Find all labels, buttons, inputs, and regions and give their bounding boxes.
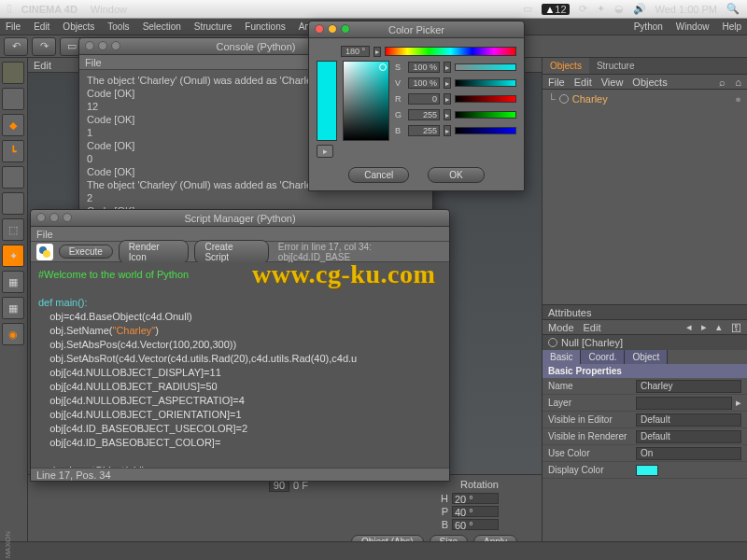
snap-settings-icon[interactable]: ✦ <box>2 245 24 267</box>
zoom-icon[interactable] <box>341 24 350 34</box>
s-slider[interactable] <box>455 63 516 71</box>
apple-icon[interactable]:  <box>7 2 12 16</box>
undo-button[interactable]: ↶ <box>4 37 28 56</box>
visibility-dot[interactable]: ● <box>735 93 741 105</box>
console-file-menu[interactable]: File <box>85 57 102 68</box>
field-name[interactable]: Charley <box>636 380 741 393</box>
search-icon[interactable]: ⌕ <box>719 77 726 88</box>
obj-edit[interactable]: Edit <box>574 77 592 88</box>
menu-objects[interactable]: Objects <box>63 21 94 32</box>
close-icon[interactable] <box>85 41 94 50</box>
swap-color-icon[interactable]: ▸ <box>317 145 333 158</box>
animation-mode-icon[interactable]: ▦ <box>2 297 24 319</box>
nav-up-icon[interactable]: ▴ <box>716 321 722 333</box>
model-mode-icon[interactable] <box>2 62 24 84</box>
polygon-mode-icon[interactable] <box>2 192 24 215</box>
mac-menu-window[interactable]: Window <box>91 4 127 15</box>
tab-objects[interactable]: Objects <box>543 58 589 74</box>
nav-fwd-icon[interactable]: ▸ <box>701 321 707 333</box>
volume-icon[interactable]: 🔊 <box>633 3 646 15</box>
close-icon[interactable] <box>36 213 46 222</box>
color-field[interactable] <box>343 61 389 141</box>
ok-button[interactable]: OK <box>428 167 484 183</box>
menu-python[interactable]: Python <box>634 21 663 32</box>
obj-objects[interactable]: Objects <box>632 77 667 88</box>
python-icon[interactable] <box>36 244 53 260</box>
point-mode-icon[interactable]: ┗ <box>2 140 24 162</box>
b-slider[interactable] <box>455 127 516 134</box>
tab-structure[interactable]: Structure <box>589 58 642 74</box>
nav-back-icon[interactable]: ◂ <box>686 321 692 333</box>
vp-edit[interactable]: Edit <box>34 60 51 71</box>
obj-file[interactable]: File <box>548 77 565 88</box>
colorpicker-titlebar[interactable]: Color Picker <box>309 21 524 38</box>
close-icon[interactable] <box>315 24 324 34</box>
clock[interactable]: Wed 1:00 PM <box>655 4 717 15</box>
object-tree[interactable]: └ Charley ● <box>543 90 747 304</box>
expand-icon[interactable]: └ <box>548 93 556 105</box>
script-titlebar[interactable]: Script Manager (Python) <box>31 210 449 227</box>
zoom-icon[interactable] <box>63 213 72 222</box>
hue-value[interactable]: 180 ° <box>341 46 370 57</box>
val-b[interactable]: 60 ° <box>452 519 499 530</box>
color-picker-window[interactable]: Color Picker 180 ° ▸ ▸ S100 %▸ V100 %▸ R… <box>308 21 525 191</box>
axis-icon[interactable]: ◆ <box>2 114 24 136</box>
v-slider[interactable] <box>455 79 516 87</box>
attr-tab-object[interactable]: Object <box>625 350 668 364</box>
menu-window[interactable]: Window <box>676 21 710 32</box>
field-layer[interactable] <box>636 397 732 410</box>
menu-selection[interactable]: Selection <box>143 21 181 32</box>
s-stepper[interactable]: ▸ <box>444 62 451 73</box>
script-file-menu[interactable]: File <box>36 229 53 240</box>
minimize-icon[interactable] <box>98 41 107 50</box>
field-vis-rn[interactable]: Default <box>636 430 741 443</box>
field-vis-ed[interactable]: Default <box>636 413 741 427</box>
script-editor[interactable]: #Welcome to the world of Python def main… <box>31 262 449 468</box>
hue-stepper[interactable]: ▸ <box>374 47 381 57</box>
r-slider[interactable] <box>455 95 516 103</box>
deformer-icon[interactable]: ◉ <box>2 323 24 345</box>
zoom-icon[interactable] <box>111 41 120 50</box>
attr-mode[interactable]: Mode <box>548 322 574 333</box>
sync-icon[interactable]: ⟳ <box>579 3 587 15</box>
field-usecol[interactable]: On <box>636 447 741 460</box>
val-h[interactable]: 20 ° <box>452 493 499 504</box>
menu-tools[interactable]: Tools <box>107 21 129 32</box>
wifi-icon[interactable]: ◒ <box>614 3 624 15</box>
spotlight-icon[interactable]: 🔍 <box>726 3 740 15</box>
minimize-icon[interactable] <box>328 24 337 34</box>
hue-slider[interactable] <box>385 47 516 56</box>
color-cursor-icon[interactable] <box>379 63 387 71</box>
val-p[interactable]: 40 ° <box>452 506 499 517</box>
adobe-icon[interactable]: ▲12 <box>542 4 569 15</box>
b-stepper[interactable]: ▸ <box>444 125 451 136</box>
tree-item-charley[interactable]: └ Charley ● <box>548 93 741 105</box>
b-value[interactable]: 255 <box>408 125 440 136</box>
g-value[interactable]: 255 <box>408 109 440 120</box>
attr-tab-basic[interactable]: Basic <box>543 350 581 364</box>
r-stepper[interactable]: ▸ <box>444 93 451 105</box>
edge-mode-icon[interactable] <box>2 166 24 189</box>
obj-view[interactable]: View <box>601 77 624 88</box>
menu-structure[interactable]: Structure <box>194 21 233 32</box>
display-color-swatch[interactable] <box>636 465 658 476</box>
menu-edit[interactable]: Edit <box>34 21 49 32</box>
g-slider[interactable] <box>455 111 516 119</box>
attr-edit[interactable]: Edit <box>584 322 601 333</box>
redo-button[interactable]: ↷ <box>32 37 56 56</box>
enable-snap-icon[interactable]: ⬚ <box>2 218 24 241</box>
menu-functions[interactable]: Functions <box>245 21 285 32</box>
texture-mode-icon[interactable] <box>2 88 24 110</box>
v-stepper[interactable]: ▸ <box>444 77 451 89</box>
minimize-icon[interactable] <box>49 213 59 222</box>
home-icon[interactable]: ⌂ <box>735 77 741 88</box>
render-icon-button[interactable]: Render Icon <box>119 240 190 264</box>
v-value[interactable]: 100 % <box>408 77 440 89</box>
bluetooth-icon[interactable]: ✦ <box>597 3 605 15</box>
r-value[interactable]: 0 <box>408 93 440 105</box>
lock-icon[interactable]: ⚿ <box>731 322 741 333</box>
menu-help[interactable]: Help <box>722 21 741 32</box>
uv-mode-icon[interactable]: ▦ <box>2 271 24 293</box>
menu-file[interactable]: File <box>6 21 21 32</box>
g-stepper[interactable]: ▸ <box>444 109 451 120</box>
